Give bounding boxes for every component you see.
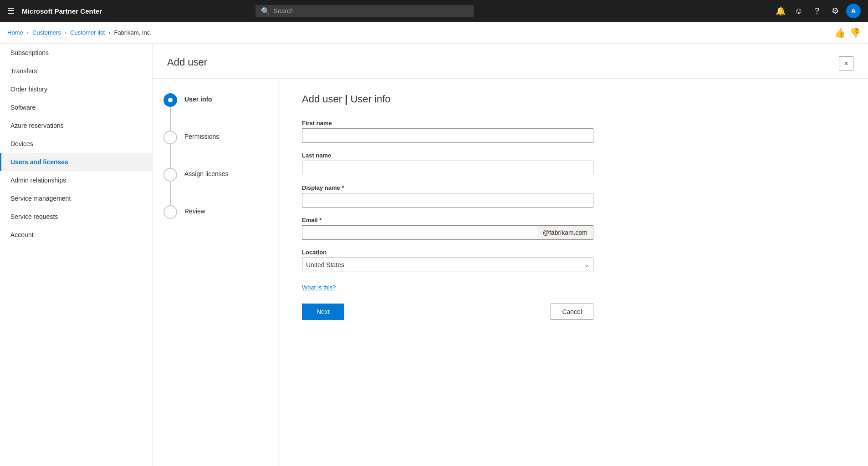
location-select-wrapper: United States United Kingdom Canada ⌄: [302, 258, 593, 272]
next-button[interactable]: Next: [302, 304, 344, 320]
breadcrumb-customers[interactable]: Customers: [32, 29, 61, 36]
last-name-label: Last name: [302, 152, 846, 159]
thumbs-down-icon[interactable]: 👎: [849, 27, 861, 38]
step-label-review: Review: [184, 206, 205, 215]
sidebar-item-admin-relationships[interactable]: Admin relationships: [0, 171, 152, 189]
breadcrumb-sep-3: ›: [108, 29, 110, 36]
breadcrumb-sep-2: ›: [65, 29, 66, 36]
form-section-part: User info: [350, 93, 390, 105]
breadcrumb-customer-list[interactable]: Customer list: [70, 29, 105, 36]
feedback-icon[interactable]: ☺: [791, 4, 806, 18]
cancel-button[interactable]: Cancel: [551, 304, 593, 320]
help-icon[interactable]: ?: [810, 4, 824, 18]
sidebar-item-account[interactable]: Account: [0, 226, 152, 244]
top-navigation: ☰ Microsoft Partner Center 🔍 🔔 ☺ ? ⚙ A: [0, 0, 868, 22]
location-label: Location: [302, 249, 846, 256]
sidebar-item-devices[interactable]: Devices: [0, 135, 152, 153]
search-input[interactable]: [274, 7, 469, 15]
breadcrumb-current: Fabrikam, Inc.: [114, 29, 151, 36]
email-field[interactable]: [302, 225, 537, 240]
add-user-title: Add user: [167, 56, 207, 68]
add-user-body: User info Permissions: [153, 79, 868, 466]
last-name-field[interactable]: [302, 161, 593, 175]
email-field-wrapper: @fabrikam.com: [302, 225, 593, 240]
email-group: Email * @fabrikam.com: [302, 217, 846, 240]
sidebar-item-users-and-licenses[interactable]: Users and licenses: [0, 153, 152, 171]
main-layout: Subscriptions Transfers Order history So…: [0, 44, 868, 466]
email-suffix: @fabrikam.com: [537, 225, 593, 240]
display-name-label: Display name *: [302, 184, 846, 191]
step-label-permissions: Permissions: [184, 131, 219, 140]
top-nav-icons: 🔔 ☺ ? ⚙ A: [773, 4, 861, 18]
app-title: Microsoft Partner Center: [22, 7, 102, 15]
last-name-group: Last name: [302, 152, 846, 175]
notifications-icon[interactable]: 🔔: [773, 4, 788, 18]
display-name-field[interactable]: [302, 193, 593, 208]
breadcrumb: Home › Customers › Customer list › Fabri…: [0, 22, 868, 44]
step-label-user-info: User info: [184, 94, 212, 103]
what-is-this-link[interactable]: What is this?: [302, 284, 336, 291]
first-name-field[interactable]: [302, 128, 593, 143]
steps-panel: User info Permissions: [153, 79, 280, 466]
step-assign-licenses: Assign licenses: [163, 168, 269, 205]
hamburger-menu-icon[interactable]: ☰: [7, 6, 15, 16]
sidebar-item-transfers[interactable]: Transfers: [0, 62, 152, 80]
sidebar-item-order-history[interactable]: Order history: [0, 80, 152, 98]
step-review: Review: [163, 205, 269, 219]
step-circle-permissions: [163, 131, 177, 144]
step-circle-review: [163, 205, 177, 219]
thumbs-up-icon[interactable]: 👍: [834, 27, 846, 38]
breadcrumb-feedback: 👍 👎: [834, 27, 861, 38]
location-group: Location United States United Kingdom Ca…: [302, 249, 846, 272]
breadcrumb-home[interactable]: Home: [7, 29, 23, 36]
avatar[interactable]: A: [846, 4, 861, 18]
step-circle-user-info: [163, 93, 177, 107]
add-user-panel: Add user × User info: [153, 44, 868, 466]
form-panel: Add user | User info First name Last nam…: [280, 79, 868, 466]
breadcrumb-sep-1: ›: [27, 29, 29, 36]
email-label: Email *: [302, 217, 846, 223]
first-name-label: First name: [302, 120, 846, 127]
sidebar-item-service-management[interactable]: Service management: [0, 189, 152, 208]
sidebar-item-software[interactable]: Software: [0, 98, 152, 116]
first-name-group: First name: [302, 120, 846, 143]
settings-icon[interactable]: ⚙: [828, 4, 842, 18]
add-user-header: Add user ×: [153, 44, 868, 79]
form-actions: Next Cancel: [302, 304, 593, 320]
step-permissions: Permissions: [163, 131, 269, 168]
sidebar-item-azure-reservations[interactable]: Azure reservations: [0, 116, 152, 135]
search-icon: 🔍: [261, 7, 270, 15]
location-select[interactable]: United States United Kingdom Canada: [302, 258, 593, 272]
sidebar-item-subscriptions[interactable]: Subscriptions: [0, 44, 152, 62]
step-circle-assign-licenses: [163, 168, 177, 182]
step-label-assign-licenses: Assign licenses: [184, 168, 229, 177]
close-button[interactable]: ×: [839, 56, 853, 71]
sidebar: Subscriptions Transfers Order history So…: [0, 44, 153, 466]
form-section-title: Add user | User info: [302, 93, 846, 105]
display-name-group: Display name *: [302, 184, 846, 208]
form-title-part: Add user: [302, 93, 342, 105]
main-content: Add user × User info: [153, 44, 868, 466]
sidebar-item-service-requests[interactable]: Service requests: [0, 208, 152, 226]
search-bar[interactable]: 🔍: [255, 5, 474, 17]
step-user-info: User info: [163, 93, 269, 131]
